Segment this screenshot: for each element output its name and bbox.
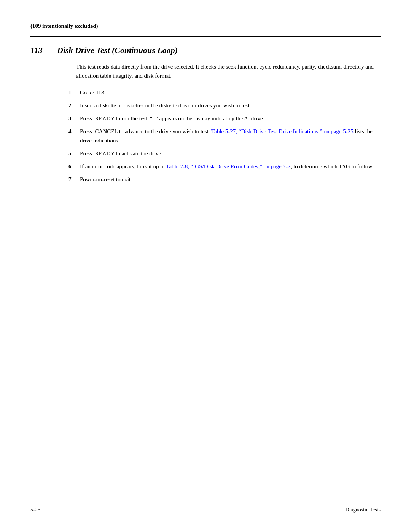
step-number: 2 [68, 101, 80, 110]
section-header: 113 Disk Drive Test (Continuous Loop) [30, 45, 381, 55]
step-number: 6 [68, 162, 80, 171]
step-content: Press: CANCEL to advance to the drive yo… [80, 127, 381, 145]
list-item: 2 Insert a diskette or diskettes in the … [68, 101, 381, 110]
section-description: This test reads data directly from the d… [76, 62, 381, 80]
step-content: Press: READY to activate the drive. [80, 149, 381, 158]
steps-list: 1 Go to: 113 2 Insert a diskette or disk… [68, 88, 381, 184]
footer-page-number: 5-26 [30, 507, 40, 513]
list-item: 4 Press: CANCEL to advance to the drive … [68, 127, 381, 145]
table-2-8-link[interactable]: Table 2-8, “IGS/Disk Drive Error Codes,”… [166, 163, 290, 169]
step-number: 5 [68, 149, 80, 158]
step-content: Press: READY to run the test. “0” appear… [80, 114, 381, 123]
step-content: If an error code appears, look it up in … [80, 162, 381, 171]
step-number: 7 [68, 175, 80, 184]
list-item: 3 Press: READY to run the test. “0” appe… [68, 114, 381, 123]
step-content: Power-on-reset to exit. [80, 175, 381, 184]
step-number: 1 [68, 88, 80, 97]
section-title: Disk Drive Test (Continuous Loop) [57, 45, 178, 55]
list-item: 6 If an error code appears, look it up i… [68, 162, 381, 171]
page-footer: 5-26 Diagnostic Tests [30, 507, 381, 513]
excluded-note: (109 intentionally excluded) [30, 23, 381, 29]
section-divider [30, 36, 381, 37]
list-item: 1 Go to: 113 [68, 88, 381, 97]
table-5-27-link[interactable]: Table 5-27, “Disk Drive Test Drive Indic… [211, 128, 354, 134]
list-item: 5 Press: READY to activate the drive. [68, 149, 381, 158]
step-content: Go to: 113 [80, 88, 381, 97]
footer-section-name: Diagnostic Tests [346, 507, 381, 513]
list-item: 7 Power-on-reset to exit. [68, 175, 381, 184]
step-content: Insert a diskette or diskettes in the di… [80, 101, 381, 110]
step-number: 4 [68, 127, 80, 136]
page-container: (109 intentionally excluded) 113 Disk Dr… [0, 0, 411, 532]
section-number: 113 [30, 45, 49, 55]
step-number: 3 [68, 114, 80, 123]
